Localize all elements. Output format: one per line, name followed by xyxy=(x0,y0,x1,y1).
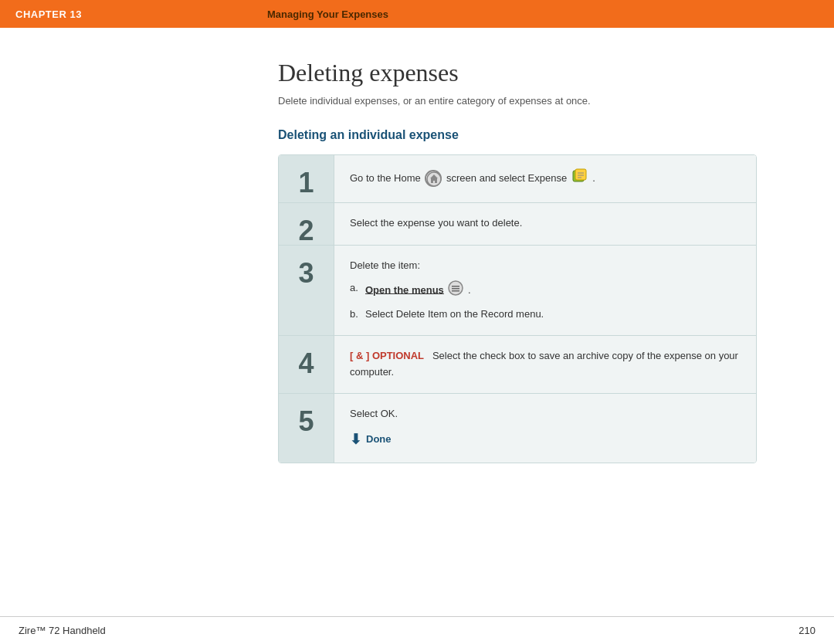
step-content-1: Go to the Home screen and select Expense xyxy=(334,155,756,202)
svg-rect-8 xyxy=(452,286,459,287)
step-number-cell-2: 2 xyxy=(279,203,334,245)
optional-badge: [ & ] OPTIONAL xyxy=(350,350,424,361)
step-row-3: 3 Delete the item: a. Open the menus xyxy=(279,246,756,336)
header-bar: CHAPTER 13 Managing Your Expenses xyxy=(0,0,834,28)
step3-sub-a: a. Open the menus . xyxy=(350,280,741,301)
step3-sub-a-text: Open the menus . xyxy=(365,280,471,301)
steps-container: 1 Go to the Home screen and select Expen… xyxy=(278,154,757,463)
section-title: Managing Your Expenses xyxy=(252,8,834,20)
page-title: Deleting expenses xyxy=(278,59,757,87)
svg-rect-3 xyxy=(575,169,586,180)
section-heading: Deleting an individual expense xyxy=(278,128,757,142)
open-menus-link[interactable]: Open the menus xyxy=(365,283,444,295)
step-content-4: [ & ] OPTIONAL Select the check box to s… xyxy=(334,336,756,393)
step-content-2: Select the expense you want to delete. xyxy=(334,203,756,245)
step3-sub-a-period: . xyxy=(468,283,471,295)
done-label: Done xyxy=(366,432,392,448)
svg-rect-10 xyxy=(452,290,459,292)
svg-rect-9 xyxy=(452,288,459,290)
step-number-cell-3: 3 xyxy=(279,246,334,335)
step3-sub-a-label: a. xyxy=(350,280,365,301)
footer: Zire™ 72 Handheld 210 xyxy=(0,616,834,644)
menu-icon xyxy=(448,280,463,301)
main-content: Deleting expenses Delete individual expe… xyxy=(0,28,834,494)
step3-main-text: Delete the item: xyxy=(350,258,741,274)
step-number-cell-5: 5 xyxy=(279,394,334,463)
step-content-5: Select OK. ⬇ Done xyxy=(334,394,756,463)
step-number-cell-4: 4 xyxy=(279,336,334,393)
step1-text-end: . xyxy=(592,172,595,184)
step1-text-middle: screen and select Expense xyxy=(446,172,570,184)
expense-icon xyxy=(571,168,588,190)
done-arrow-icon: ⬇ xyxy=(350,429,361,451)
footer-page-number: 210 xyxy=(798,625,815,636)
done-row: ⬇ Done xyxy=(350,429,741,451)
footer-product: Zire™ 72 Handheld xyxy=(19,625,106,636)
step5-text: Select OK. xyxy=(350,406,741,422)
step2-text: Select the expense you want to delete. xyxy=(350,217,522,229)
chapter-label: CHAPTER 13 xyxy=(0,8,252,20)
step-number-3: 3 xyxy=(298,259,314,287)
step-number-cell-1: 1 xyxy=(279,155,334,202)
step-row-2: 2 Select the expense you want to delete. xyxy=(279,203,756,246)
step-number-4: 4 xyxy=(298,350,314,378)
step1-text-before: Go to the Home xyxy=(350,172,423,184)
step-content-3: Delete the item: a. Open the menus xyxy=(334,246,756,335)
step-row-1: 1 Go to the Home screen and select Expen… xyxy=(279,155,756,203)
step-row-4: 4 [ & ] OPTIONAL Select the check box to… xyxy=(279,336,756,394)
step-number-2: 2 xyxy=(298,217,314,245)
step-row-5: 5 Select OK. ⬇ Done xyxy=(279,394,756,463)
home-icon xyxy=(425,170,442,187)
step3-sub-b: b. Select Delete Item on the Record menu… xyxy=(350,307,741,323)
step3-sub-b-label: b. xyxy=(350,307,365,323)
step-number-5: 5 xyxy=(298,408,314,436)
step3-sub-b-text: Select Delete Item on the Record menu. xyxy=(365,307,544,323)
page-subtitle: Delete individual expenses, or an entire… xyxy=(278,95,757,107)
step-number-1: 1 xyxy=(298,169,314,197)
